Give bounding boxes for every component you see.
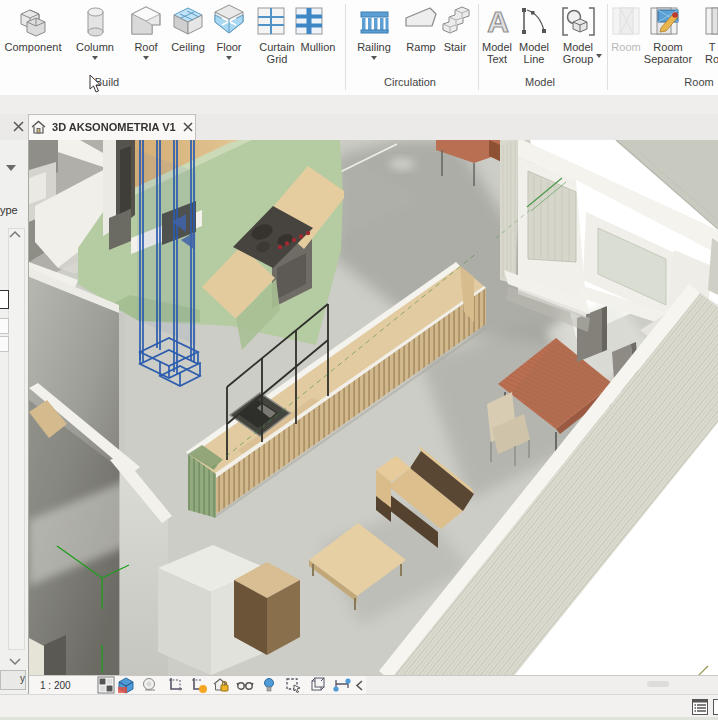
svg-text:A: A	[487, 5, 509, 38]
